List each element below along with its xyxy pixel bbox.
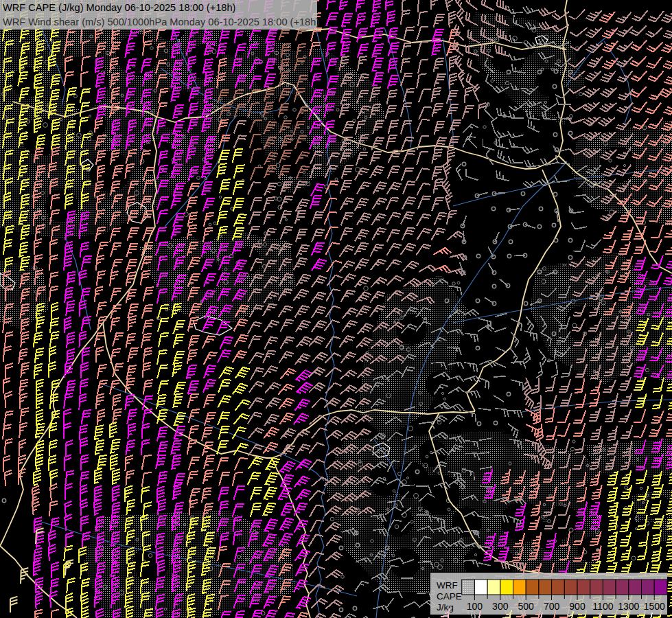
svg-text:WRF: WRF (437, 580, 458, 591)
svg-text:WRF Wind shear (m/s) 500/1000h: WRF Wind shear (m/s) 500/1000hPa Monday … (3, 16, 319, 27)
svg-text:900: 900 (569, 601, 586, 612)
svg-text:CAPE: CAPE (437, 591, 462, 602)
svg-text:300: 300 (492, 601, 509, 612)
svg-text:J/kg: J/kg (437, 602, 454, 613)
svg-text:500: 500 (518, 601, 535, 612)
svg-text:700: 700 (544, 601, 560, 612)
svg-text:1300: 1300 (618, 601, 639, 612)
svg-text:WRF CAPE (J/kg) Monday 06-10-2: WRF CAPE (J/kg) Monday 06-10-2025 18:00 … (3, 2, 235, 13)
svg-text:1100: 1100 (592, 601, 613, 612)
svg-text:1500: 1500 (644, 601, 665, 612)
svg-text:100: 100 (467, 601, 483, 612)
